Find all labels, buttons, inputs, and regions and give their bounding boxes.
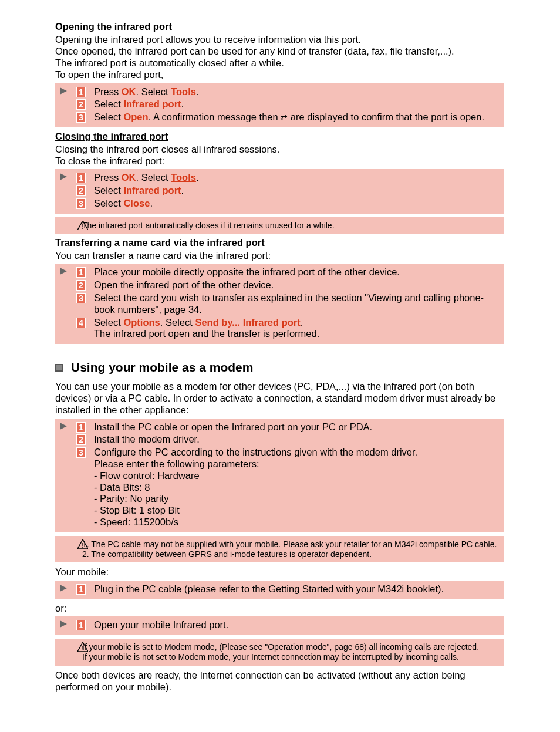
svg-marker-9 — [60, 620, 67, 628]
step-text: Press OK. Select Tools. — [94, 86, 499, 98]
para-opening: Opening the infrared port allows you to … — [55, 33, 504, 81]
steps-your-mobile: 1 Plug in the PC cable (please refer to … — [55, 581, 504, 599]
section-head-modem: Using your mobile as a modem — [55, 360, 504, 375]
subhead-closing: Closing the infrared port — [55, 131, 504, 142]
step-row: . 2 Select Infrared port. — [60, 98, 499, 111]
label-or: or: — [55, 602, 504, 614]
steps-modem: 1 Install the PC cable or open the Infra… — [55, 419, 504, 532]
step-row: . 3 Select Open. A confirmation message … — [60, 111, 499, 124]
step-number: 1 — [76, 87, 86, 97]
para-modem-intro: You can use your mobile as a modem for o… — [55, 380, 504, 416]
steps-transfer: 1 Place your mobile directly opposite th… — [55, 264, 504, 344]
svg-marker-0 — [60, 87, 67, 95]
step-row: 1 Press OK. Select Tools. — [60, 86, 499, 99]
warning-icon: ! — [60, 539, 80, 549]
note-modem-2: ! If your mobile is set to Modem mode, (… — [55, 639, 504, 666]
svg-marker-4 — [60, 268, 67, 275]
step-number: 2 — [76, 99, 86, 110]
step-arrow-icon — [60, 421, 76, 432]
ir-port-icon: ⇄ — [281, 116, 288, 120]
note-modem-1: ! 1. The PC cable may not be supplied wi… — [55, 536, 504, 563]
page-content: Opening the infrared port Opening the in… — [0, 0, 560, 732]
subhead-opening: Opening the infrared port — [55, 21, 504, 32]
svg-marker-8 — [60, 585, 67, 592]
label-your-mobile: Your mobile: — [55, 566, 504, 578]
steps-closing: 1 Press OK. Select Tools. . 2 Select Inf… — [55, 169, 504, 213]
step-arrow-icon — [60, 619, 76, 630]
warning-icon: ! — [60, 221, 80, 230]
svg-marker-5 — [60, 423, 67, 430]
square-bullet-icon — [55, 364, 63, 372]
svg-marker-1 — [60, 173, 67, 180]
step-number: 3 — [76, 112, 86, 123]
step-arrow-icon — [60, 172, 76, 183]
steps-opening: 1 Press OK. Select Tools. . 2 Select Inf… — [55, 83, 504, 127]
section-title: Using your mobile as a modem — [71, 360, 253, 375]
step-arrow-icon — [60, 267, 76, 277]
steps-or: 1 Open your mobile Infrared port. — [55, 616, 504, 635]
step-arrow-icon — [60, 583, 76, 594]
note-closing: ! The infrared port automatically closes… — [55, 217, 504, 234]
step-text: Select Infrared port. — [94, 99, 499, 110]
para-modem-outro: Once both devices are ready, the Interne… — [55, 669, 504, 693]
para-transfer: You can transfer a name card via the inf… — [55, 249, 504, 261]
warning-icon: ! — [60, 642, 80, 652]
subhead-transfer: Transferring a name card via the infrare… — [55, 237, 504, 248]
para-closing: Closing the infrared port closes all inf… — [55, 143, 504, 167]
step-text: Select Open. A confirmation message then… — [94, 112, 499, 123]
step-arrow-icon — [60, 86, 76, 97]
